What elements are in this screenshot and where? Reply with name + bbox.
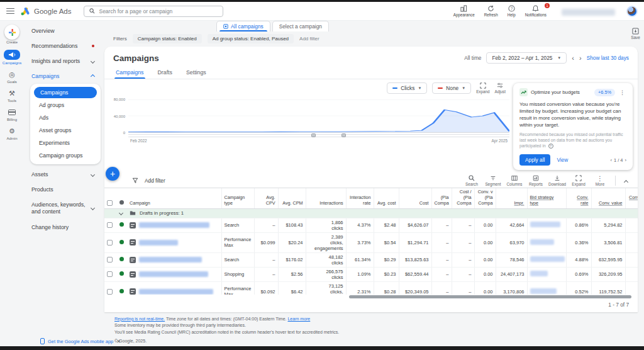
submenu-item-asset-groups[interactable]: Asset groups [30, 124, 101, 137]
chart-adjust-button[interactable]: Adjust [494, 82, 506, 94]
submenu-item-experiments[interactable]: Experiments [30, 137, 101, 149]
reporting-link[interactable]: Reporting is not real-time. [114, 317, 165, 321]
chart-expand-button[interactable]: Expand [476, 82, 489, 94]
date-range-dropdown[interactable]: Feb 2, 2022 – Apr 1, 2025 ▼ [486, 52, 567, 64]
pager-next-icon[interactable]: › [625, 157, 627, 163]
add-campaign-fab[interactable]: + [106, 167, 119, 181]
column-header[interactable]: Cost / (Pla Compa [452, 188, 474, 208]
tab-select-a-campaign[interactable]: Select a campaign [272, 21, 329, 31]
campaign-name-cell[interactable] [130, 288, 219, 295]
campaign-row[interactable]: Performance Max$0.099$20.242,389 clicks,… [104, 232, 638, 252]
column-header[interactable]: Interactions [306, 188, 346, 208]
column-header[interactable]: Avg. cost [374, 188, 399, 208]
tab-settings[interactable]: Settings [185, 65, 208, 79]
appearance-button[interactable]: Appearance [453, 5, 475, 17]
mobile-app-link[interactable]: Get the Google Ads mobile app [48, 339, 113, 344]
view-button[interactable]: View [557, 157, 604, 163]
submenu-item-campaigns[interactable]: Campaigns [34, 87, 97, 98]
rail-item-admin[interactable]: ⚙ Admin [6, 127, 17, 140]
download-button[interactable]: Download [547, 175, 567, 186]
submenu-item-ad-groups[interactable]: Ad groups [30, 99, 101, 111]
column-header[interactable]: Conv. value [591, 188, 625, 208]
sidebar-item-assets[interactable]: Assets [24, 167, 102, 182]
date-next-button[interactable]: › [579, 54, 582, 62]
column-header[interactable]: Conv. rate [566, 188, 591, 208]
drafts-row[interactable]: Drafts in progress: 1 [104, 209, 638, 218]
global-search-input[interactable]: Search for a page or campaign [84, 6, 223, 17]
column-header[interactable]: Conv. v (Pla Compa [474, 188, 496, 208]
row-checkbox[interactable] [107, 289, 113, 295]
segment-button[interactable]: Segment [483, 175, 503, 186]
create-button[interactable] [4, 25, 19, 40]
reports-button[interactable]: Reports [526, 175, 546, 186]
campaign-row[interactable]: Search–$176.0248,182 clicks61.34%$0.29$1… [104, 252, 638, 267]
tab-all-campaigns[interactable]: All campaigns [216, 21, 270, 31]
filter-chip-campaign-status[interactable]: Campaign status: Enabled [133, 34, 202, 43]
column-header[interactable]: (Pla Compa [431, 188, 452, 208]
campaign-row[interactable]: Search–$108.431,866 clicks4.37%$2.48$4,6… [104, 218, 638, 232]
info-icon[interactable]: ? [548, 144, 553, 149]
column-header[interactable]: Avg. CPM [278, 188, 306, 208]
add-filter-link[interactable]: Add filter [299, 36, 319, 42]
select-all-checkbox[interactable] [107, 200, 113, 206]
column-header[interactable]: Campaign [127, 188, 221, 208]
column-header[interactable]: Conv. value / cost [625, 188, 638, 208]
close-icon[interactable]: ✕ [116, 339, 121, 344]
apply-all-button[interactable]: Apply all [519, 154, 550, 166]
tab-drafts[interactable]: Drafts [157, 65, 174, 79]
help-button[interactable]: ? Help [508, 5, 516, 17]
metric-dropdown-none[interactable]: None ▼ [432, 82, 471, 94]
campaign-name-cell[interactable] [130, 239, 219, 246]
scrollbar-thumb[interactable] [349, 295, 631, 298]
campaign-name-cell[interactable] [130, 222, 219, 229]
avatar[interactable] [626, 6, 638, 17]
row-checkbox[interactable] [107, 240, 113, 246]
learn-more-link[interactable]: Learn more [287, 317, 310, 321]
tab-campaigns[interactable]: Campaigns [114, 65, 145, 79]
columns-button[interactable]: Columns [504, 175, 525, 186]
submenu-item-ads[interactable]: Ads [30, 111, 101, 124]
kebab-menu-icon[interactable]: ⋮ [618, 89, 626, 96]
column-header[interactable]: Interaction rate [346, 188, 374, 208]
column-header[interactable]: Avg. CPV [254, 188, 278, 208]
campaign-row[interactable]: Performance Max$0.092$6.4273,125 clicks,… [104, 281, 638, 295]
optimization-score-badge[interactable]: +6.5% [594, 89, 615, 96]
column-header[interactable]: Impr. [496, 188, 527, 208]
sidebar-item-products[interactable]: Products [24, 182, 102, 197]
column-header[interactable]: Campaign type [221, 188, 254, 208]
column-header[interactable]: Bid strategy type [527, 188, 566, 208]
collapse-table-button[interactable] [621, 175, 631, 186]
scrubber-handle-left[interactable] [311, 133, 316, 137]
row-checkbox[interactable] [107, 257, 113, 262]
show-last-30-days-link[interactable]: Show last 30 days [587, 55, 629, 61]
filter-funnel-icon[interactable] [132, 178, 138, 184]
sidebar-item-audiences[interactable]: Audiences, keywords, and content [24, 197, 102, 220]
metric-dropdown-clicks[interactable]: Clicks ▼ [387, 82, 427, 94]
date-prev-button[interactable]: ‹ [572, 54, 574, 62]
filter-chip-ad-group-status[interactable]: Ad group status: Enabled, Paused [208, 34, 294, 43]
rail-item-billing[interactable]: Billing [7, 108, 17, 121]
sidebar-item-insights[interactable]: Insights and reports [24, 54, 102, 69]
column-header[interactable]: Cost [399, 188, 431, 208]
row-checkbox[interactable] [107, 222, 113, 228]
campaign-name-cell[interactable] [130, 257, 219, 263]
sidebar-item-overview[interactable]: Overview [24, 23, 102, 38]
notifications-button[interactable]: 1 Notifications [525, 5, 547, 17]
chevron-down-icon[interactable] [119, 211, 123, 215]
scrubber-handle-right[interactable] [341, 133, 346, 137]
google-ads-logo[interactable]: Google Ads [21, 7, 71, 16]
campaign-row[interactable]: Shopping–$2.56266,575 clicks1.09%$0.23$6… [104, 267, 638, 281]
sidebar-item-campaigns[interactable]: Campaigns [24, 69, 102, 84]
save-button[interactable]: Save [631, 28, 640, 40]
more-button[interactable]: ⋮ More [590, 176, 610, 186]
campaign-name-cell[interactable] [130, 271, 219, 278]
sidebar-item-recommendations[interactable]: Recommendations [24, 38, 102, 54]
refresh-button[interactable]: Refresh [484, 5, 498, 17]
table-add-filter[interactable]: Add filter [145, 178, 165, 184]
rail-item-goals[interactable]: ◎ Goals [7, 71, 17, 84]
table-expand-button[interactable]: Expand [569, 175, 589, 186]
rail-item-campaigns[interactable]: Campaigns [3, 50, 21, 65]
clicks-chart[interactable] [128, 96, 509, 133]
row-checkbox[interactable] [107, 271, 113, 277]
submenu-item-campaign-groups[interactable]: Campaign groups [30, 149, 101, 162]
